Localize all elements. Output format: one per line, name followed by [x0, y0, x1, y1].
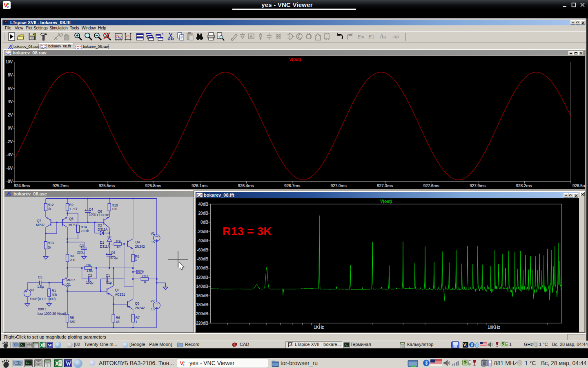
svg-text:C3: C3 [80, 244, 84, 248]
svg-text:V1: V1 [151, 231, 155, 236]
svg-text:8: 8 [144, 280, 146, 284]
svg-text:c: c [466, 344, 468, 347]
svg-text:a: a [383, 34, 386, 39]
svg-text:Q1: Q1 [67, 283, 71, 287]
svg-text:C6: C6 [111, 251, 116, 255]
svg-text:OUT: OUT [137, 271, 143, 274]
svg-text:200: 200 [70, 258, 76, 262]
svg-text:V3: V3 [30, 288, 34, 292]
svg-text:X: X [55, 361, 59, 367]
svg-text:SINE(0 1.2 1000): SINE(0 1.2 1000) [30, 297, 56, 301]
svg-text:R1: R1 [52, 289, 56, 293]
svg-text:MP37: MP37 [69, 223, 78, 227]
svg-text:D1: D1 [100, 240, 105, 245]
svg-text:.four 1000 20 V(out): .four 1000 20 V(out) [37, 312, 66, 316]
svg-text:X: X [40, 343, 44, 348]
svg-text:c: c [183, 363, 185, 366]
svg-text:C4: C4 [89, 207, 94, 211]
svg-text:43: 43 [117, 245, 121, 249]
svg-text:1: 1 [135, 258, 137, 262]
svg-text:D2: D2 [98, 223, 102, 227]
svg-text:R5: R5 [70, 316, 74, 320]
svg-text:R13: R13 [48, 241, 54, 245]
svg-text:130: 130 [112, 207, 118, 211]
svg-text:c: c [7, 5, 9, 9]
svg-text:C1: C1 [106, 274, 110, 278]
svg-text:E: E [368, 34, 372, 40]
svg-text:W: W [66, 361, 71, 367]
svg-text:R2: R2 [69, 203, 74, 207]
svg-text:470µ: 470µ [110, 256, 118, 260]
svg-text:R14: R14 [81, 225, 87, 229]
svg-text:15: 15 [151, 307, 155, 311]
svg-text:43: 43 [116, 320, 120, 324]
svg-text:A: A [379, 34, 383, 40]
svg-text:220µ: 220µ [77, 250, 85, 254]
svg-text:30k: 30k [52, 293, 58, 297]
svg-text:3k: 3k [48, 245, 52, 249]
svg-text:1.71k: 1.71k [69, 207, 78, 211]
svg-text:C2: C2 [88, 274, 92, 278]
svg-text:R12: R12 [48, 203, 54, 207]
svg-text:V2: V2 [151, 299, 155, 303]
svg-text:C5: C5 [38, 275, 42, 279]
svg-text:R9: R9 [116, 239, 121, 243]
svg-text:2N242: 2N242 [135, 245, 145, 249]
svg-text:MP37: MP37 [67, 278, 76, 282]
svg-text:2k: 2k [48, 207, 52, 211]
svg-text:W: W [48, 343, 52, 348]
svg-text:[o]: [o] [16, 362, 18, 364]
svg-text:Q2: Q2 [115, 288, 120, 292]
svg-text:2N242: 2N242 [135, 306, 145, 310]
svg-text:R4: R4 [87, 263, 91, 267]
svg-text:15: 15 [151, 240, 155, 244]
svg-text:1: 1 [136, 320, 138, 324]
svg-text:Q4: Q4 [136, 240, 140, 244]
svg-text:R11: R11 [143, 274, 149, 278]
svg-text:100µ: 100µ [89, 212, 97, 216]
svg-text:.op: .op [391, 34, 399, 39]
svg-text:[o]: [o] [13, 344, 15, 346]
svg-text:Q7: Q7 [37, 219, 41, 223]
svg-text:R6: R6 [116, 316, 120, 320]
svg-text:2.61k: 2.61k [81, 229, 89, 233]
svg-text:100p: 100p [86, 280, 94, 285]
svg-text:AC151: AC151 [115, 292, 125, 296]
svg-text:ECG101: ECG101 [97, 213, 110, 217]
svg-text:D311A: D311A [98, 227, 108, 231]
svg-text:E: E [357, 34, 361, 40]
svg-text:m: m [361, 35, 364, 39]
svg-text:MP37: MP37 [36, 223, 45, 227]
svg-text:Q3: Q3 [135, 301, 140, 305]
svg-text:.tran 1: .tran 1 [38, 307, 47, 311]
svg-text:1.5µ: 1.5µ [37, 285, 44, 289]
svg-text:Q5: Q5 [69, 217, 74, 221]
svg-text:680: 680 [70, 320, 76, 324]
svg-text:D311A: D311A [100, 245, 110, 249]
svg-text:51p: 51p [106, 280, 112, 285]
svg-text:1.5k: 1.5k [87, 269, 93, 273]
svg-text:∃: ∃ [372, 35, 374, 39]
svg-text:R3: R3 [70, 254, 74, 258]
svg-text:R7: R7 [136, 316, 140, 320]
